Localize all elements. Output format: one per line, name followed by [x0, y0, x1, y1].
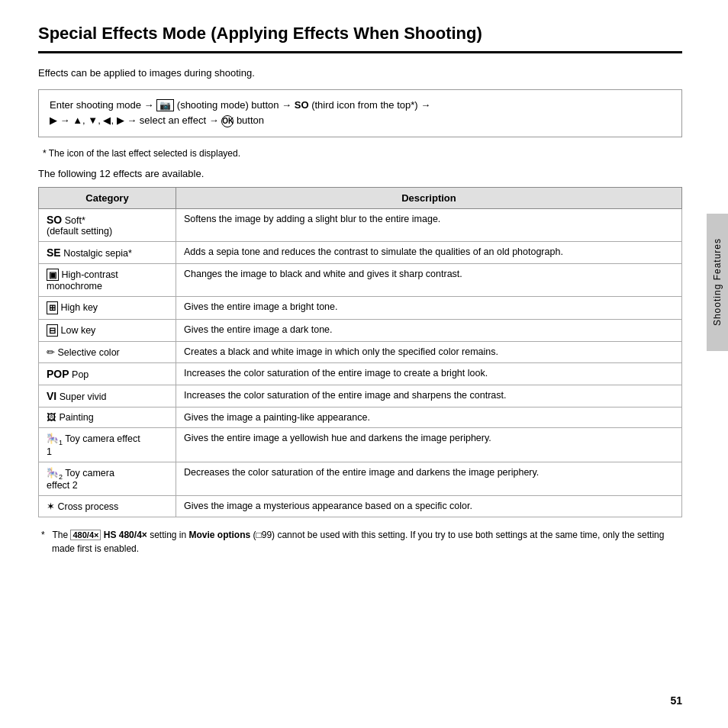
lowkey-icon: ⊟ — [47, 324, 58, 337]
description-cell: Gives the entire image a bright tone. — [176, 297, 682, 319]
col-header-category: Category — [39, 188, 176, 209]
description-cell: Decreases the color saturation of the en… — [176, 462, 682, 496]
highkey-icon: ⊞ — [47, 301, 58, 314]
table-row: 🎠1 Toy camera effect1 Gives the entire i… — [39, 428, 682, 462]
table-row: ▣ High-contrastmonochrome Changes the im… — [39, 264, 682, 297]
category-cell: 🎠1 Toy camera effect1 — [39, 428, 176, 462]
bottom-footnote: * The 480/4× HS 480/4× setting in Movie … — [38, 528, 682, 556]
category-cell: ▣ High-contrastmonochrome — [39, 264, 176, 297]
category-cell: SO Soft*(default setting) — [39, 209, 176, 242]
category-cell: 🎠2 Toy cameraeffect 2 — [39, 462, 176, 496]
description-cell: Softens the image by adding a slight blu… — [176, 209, 682, 242]
sidebar-text: Shooting Features — [712, 238, 723, 326]
painting-icon: 🖼 — [47, 412, 56, 423]
description-cell: Gives the entire image a dark tone. — [176, 319, 682, 341]
hcm-icon: ▣ — [47, 269, 59, 281]
category-cell: ⊟ Low key — [39, 319, 176, 341]
effects-table: Category Description SO Soft*(default se… — [38, 187, 682, 517]
table-row: ✏ Selective color Creates a black and wh… — [39, 342, 682, 363]
pop-icon: POP — [47, 368, 69, 380]
selcolor-icon: ✏ — [47, 347, 55, 358]
vivid-icon: VI — [47, 390, 56, 402]
table-row: VI Super vivid Increases the color satur… — [39, 385, 682, 407]
intro-text: Effects can be applied to images during … — [38, 67, 682, 79]
category-cell: ✏ Selective color — [39, 342, 176, 363]
category-cell: POP Pop — [39, 363, 176, 385]
effects-intro: The following 12 effects are available. — [38, 168, 682, 179]
category-cell: ⊞ High key — [39, 297, 176, 319]
category-cell: SE Nostalgic sepia* — [39, 242, 176, 264]
description-cell: Gives the image a mysterious appearance … — [176, 496, 682, 517]
table-row: ✶ Cross process Gives the image a myster… — [39, 496, 682, 517]
table-row: ⊟ Low key Gives the entire image a dark … — [39, 319, 682, 341]
page-title: Special Effects Mode (Applying Effects W… — [38, 23, 682, 53]
description-cell: Gives the image a painting-like appearan… — [176, 407, 682, 428]
description-cell: Increases the color saturation of the en… — [176, 385, 682, 407]
category-cell: ✶ Cross process — [39, 496, 176, 517]
table-row: POP Pop Increases the color saturation o… — [39, 363, 682, 385]
se-icon: SE — [47, 246, 61, 259]
description-cell: Gives the entire image a yellowish hue a… — [176, 428, 682, 462]
table-row: ⊞ High key Gives the entire image a brig… — [39, 297, 682, 319]
table-row: SE Nostalgic sepia* Adds a sepia tone an… — [39, 242, 682, 264]
description-cell: Increases the color saturation of the en… — [176, 363, 682, 385]
instruction-box: Enter shooting mode → 📷 (shooting mode) … — [38, 89, 682, 138]
toy2-icon: 🎠2 — [47, 468, 63, 478]
page-container: Special Effects Mode (Applying Effects W… — [0, 0, 728, 728]
toy1-icon: 🎠1 — [47, 433, 63, 444]
description-cell: Creates a black and white image in which… — [176, 342, 682, 363]
table-row: 🎠2 Toy cameraeffect 2 Decreases the colo… — [39, 462, 682, 496]
col-header-description: Description — [176, 188, 682, 209]
page-number: 51 — [670, 694, 682, 707]
sidebar-label: Shooting Features — [707, 214, 728, 351]
description-cell: Adds a sepia tone and reduces the contra… — [176, 242, 682, 264]
category-cell: VI Super vivid — [39, 385, 176, 407]
category-cell: 🖼 Painting — [39, 407, 176, 428]
description-cell: Changes the image to black and white and… — [176, 264, 682, 297]
so-icon: SO — [47, 214, 62, 226]
table-row: SO Soft*(default setting) Softens the im… — [39, 209, 682, 242]
asterisk-footnote: * The icon of the last effect selected i… — [38, 148, 682, 159]
cross-icon: ✶ — [47, 501, 55, 512]
ok-icon: OK — [221, 115, 234, 127]
table-row: 🖼 Painting Gives the image a painting-li… — [39, 407, 682, 428]
